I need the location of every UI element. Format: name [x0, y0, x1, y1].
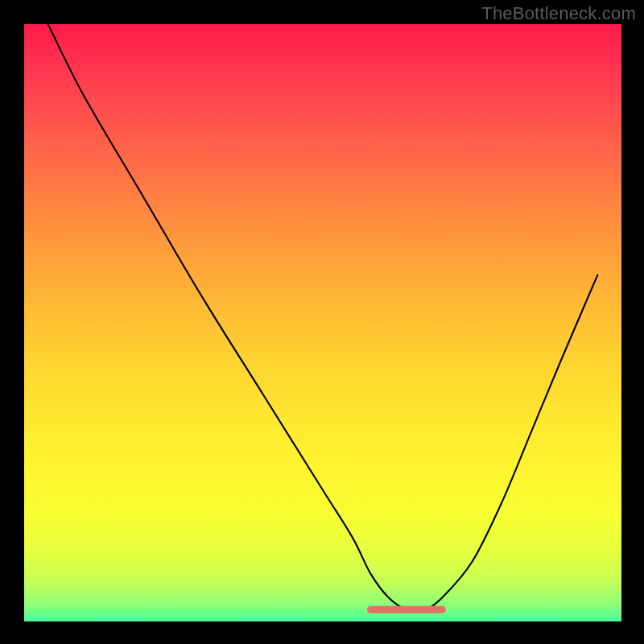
chart-svg	[24, 24, 621, 621]
bottleneck-curve	[48, 24, 598, 611]
plot-area	[24, 24, 621, 621]
chart-container: TheBottleneck.com	[0, 0, 644, 644]
attribution-text: TheBottleneck.com	[481, 3, 636, 24]
